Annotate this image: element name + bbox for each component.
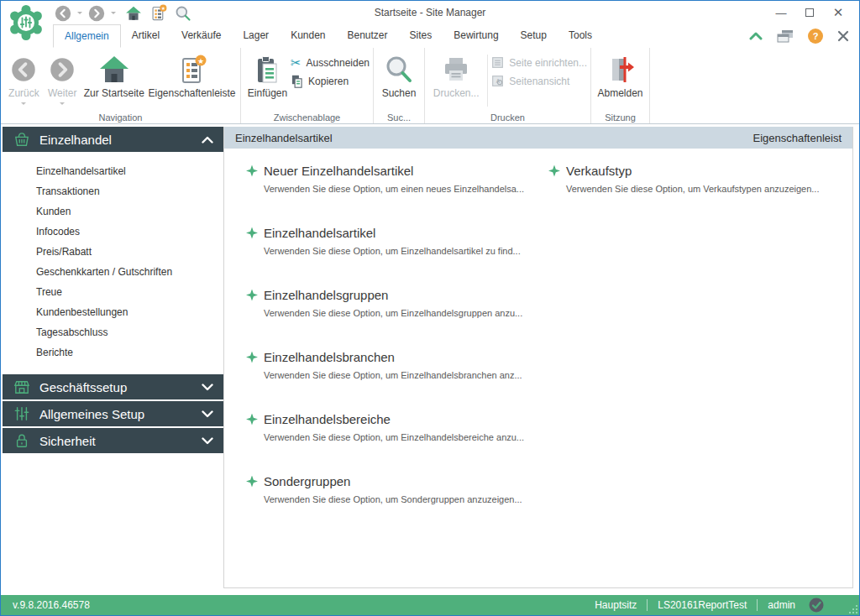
minimize-button[interactable]: —	[767, 3, 795, 23]
link-item-neuer-einzelhandelsartikel[interactable]: Neuer Einzelhandelsartikel Verwenden Sie…	[246, 164, 548, 226]
tab-sites[interactable]: Sites	[399, 24, 443, 48]
home-icon	[99, 53, 129, 86]
sidebar-item-berichte[interactable]: Berichte	[3, 342, 223, 363]
tab-lager[interactable]: Lager	[232, 24, 280, 48]
copy-icon	[291, 75, 303, 88]
sidebar-item-preis-rabatt[interactable]: Preis/Rabatt	[3, 242, 223, 262]
diamond-icon	[246, 414, 258, 425]
logout-button[interactable]: Abmelden	[595, 50, 646, 99]
sidebar-item-geschenkkarten[interactable]: Geschenkkarten / Gutschriften	[3, 262, 223, 282]
group-label-session: Sitzung	[591, 112, 649, 123]
help-icon[interactable]: ?	[808, 29, 823, 44]
cascade-windows-icon[interactable]	[777, 29, 794, 43]
properties-panel-button[interactable]: ★ Eigenschaftenleiste	[147, 50, 237, 99]
sidebar-item-kundenbestellungen[interactable]: Kundenbestellungen	[3, 302, 223, 322]
maximize-button[interactable]	[795, 3, 824, 23]
diamond-icon	[246, 476, 258, 488]
sidebar-section-sicherheit[interactable]: Sicherheit	[3, 428, 223, 453]
diamond-icon	[246, 290, 258, 301]
tab-setup[interactable]: Setup	[510, 24, 558, 48]
back-icon	[11, 53, 36, 86]
status-divider	[647, 599, 648, 611]
sidebar-item-transaktionen[interactable]: Transaktionen	[3, 181, 223, 201]
properties-icon: ★	[177, 53, 207, 86]
sidebar-item-kunden[interactable]: Kunden	[3, 201, 223, 222]
ribbon: Zurück Weiter Zur Startseite	[1, 48, 859, 124]
tab-tools[interactable]: Tools	[558, 24, 603, 48]
ribbon-group-navigation: Zurück Weiter Zur Startseite	[1, 48, 241, 123]
chevron-down-icon	[202, 437, 213, 445]
tab-bewirtung[interactable]: Bewirtung	[443, 24, 509, 48]
svg-text:?: ?	[813, 31, 819, 41]
paste-button[interactable]: Einfügen	[244, 50, 291, 99]
group-label-navigation: Navigation	[1, 112, 240, 123]
group-label-print: Drucken	[425, 112, 590, 123]
sidebar-section-einzelhandel[interactable]: Einzelhandel	[3, 127, 223, 152]
quick-access-toolbar: ★	[55, 4, 191, 22]
ribbon-group-print: Drucken... Seite einrichten... A Seitena…	[425, 48, 591, 123]
print-preview-icon: A	[491, 75, 504, 87]
window-controls: — ✕	[767, 3, 852, 23]
sidebar-item-tagesabschluss[interactable]: Tagesabschluss	[3, 322, 223, 342]
link-item-sondergruppen[interactable]: Sondergruppen Verwenden Sie diese Option…	[246, 474, 548, 536]
qat-back-icon[interactable]	[55, 5, 71, 22]
print-button[interactable]: Drucken...	[428, 50, 484, 99]
qat-home-icon[interactable]	[125, 5, 142, 22]
content-title: Einzelhandelsartikel	[235, 132, 333, 144]
scissors-icon: ✂	[291, 56, 302, 69]
qat-properties-icon[interactable]: ★	[149, 4, 167, 22]
qat-back-dropdown-icon[interactable]	[77, 12, 82, 17]
forward-button[interactable]: Weiter	[44, 50, 81, 107]
tab-allgemein[interactable]: Allgemein	[53, 24, 121, 48]
sidebar-item-infocodes[interactable]: Infocodes	[3, 222, 223, 242]
copy-button[interactable]: Kopieren	[291, 75, 370, 88]
app-window: ★ Startseite - Site Manager — ✕ Allgemei…	[0, 0, 860, 616]
collapse-ribbon-icon[interactable]	[749, 31, 763, 41]
diamond-icon	[246, 352, 258, 363]
title-bar: ★ Startseite - Site Manager — ✕	[1, 1, 859, 24]
group-inner-divider	[487, 55, 488, 107]
search-button[interactable]: Suchen	[377, 50, 421, 99]
status-database: LS20161ReportTest	[658, 599, 747, 611]
tab-kunden[interactable]: Kunden	[280, 24, 336, 48]
resize-grip-icon[interactable]	[847, 603, 857, 613]
sidebar-item-treue[interactable]: Treue	[3, 282, 223, 302]
forward-icon	[50, 53, 75, 86]
status-user: admin	[768, 599, 795, 611]
search-icon	[384, 53, 414, 86]
properties-panel-title: Eigenschaftenleist	[752, 132, 842, 144]
qat-search-icon[interactable]	[175, 5, 191, 22]
group-label-clipboard: Zwischenablage	[241, 112, 373, 123]
page-setup-button[interactable]: Seite einrichten...	[491, 56, 587, 69]
link-item-verkaufstyp[interactable]: Verkaufstyp Verwenden Sie diese Option, …	[548, 164, 851, 226]
link-item-einzelhandelsartikel[interactable]: Einzelhandelsartikel Verwenden Sie diese…	[246, 226, 548, 288]
basket-icon	[13, 131, 31, 148]
group-label-search: Suc...	[374, 112, 424, 123]
back-button[interactable]: Zurück	[4, 50, 44, 107]
forward-dropdown-icon	[60, 102, 65, 107]
sidebar-section-geschaeftssetup[interactable]: Geschäftssetup	[3, 374, 223, 399]
link-item-einzelhandelsbereiche[interactable]: Einzelhandelsbereiche Verwenden Sie dies…	[246, 412, 548, 474]
link-item-einzelhandelsgruppen[interactable]: Einzelhandelsgruppen Verwenden Sie diese…	[246, 288, 548, 350]
qat-forward-dropdown-icon[interactable]	[111, 12, 116, 17]
sidebar-section-allgemeines-setup[interactable]: Allgemeines Setup	[3, 401, 223, 426]
version-label: v.9.8.2016.46578	[13, 599, 90, 611]
cut-button[interactable]: ✂ Ausschneiden	[291, 56, 370, 69]
home-button[interactable]: Zur Startseite	[81, 50, 147, 99]
tab-artikel[interactable]: Artikel	[121, 24, 170, 48]
app-logo-icon	[8, 4, 45, 41]
content-panel: Einzelhandelsartikel Eigenschaftenleist …	[223, 127, 853, 588]
back-dropdown-icon	[21, 102, 26, 107]
content-left-column: Neuer Einzelhandelsartikel Verwenden Sie…	[246, 164, 548, 536]
close-button[interactable]: ✕	[824, 3, 852, 23]
qat-forward-icon[interactable]	[88, 5, 105, 22]
tab-benutzer[interactable]: Benutzer	[337, 24, 399, 48]
chevron-down-icon	[202, 384, 213, 391]
tab-verkaeufe[interactable]: Verkäufe	[170, 24, 232, 48]
chevron-down-icon	[202, 410, 213, 418]
link-item-einzelhandelsbranchen[interactable]: Einzelhandelsbranchen Verwenden Sie dies…	[246, 350, 548, 412]
print-preview-button[interactable]: A Seitenansicht	[491, 75, 587, 87]
sidebar-item-einzelhandelsartikel[interactable]: Einzelhandelsartikel	[3, 161, 223, 181]
diamond-icon	[548, 165, 560, 177]
close-ribbon-icon[interactable]	[837, 30, 849, 42]
